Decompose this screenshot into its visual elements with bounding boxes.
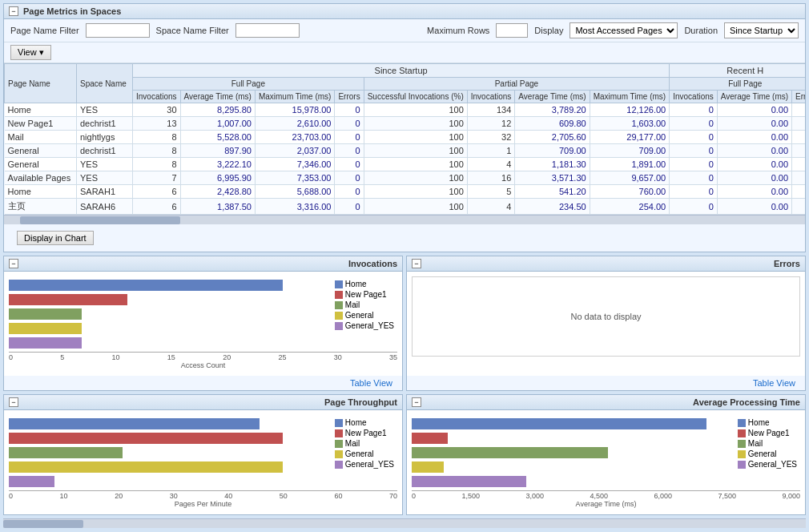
bar-fill: [412, 447, 608, 458]
legend-item: General: [335, 449, 394, 458]
col-space-name: Space Name: [77, 64, 133, 103]
avg-time-bar-area: [412, 415, 731, 490]
legend-label: General_YES: [345, 321, 394, 330]
x-tick: 40: [224, 492, 232, 500]
x-tick: 20: [223, 353, 231, 361]
cell-r-avg: 0.00: [717, 144, 791, 158]
cell-errors: 0: [335, 144, 364, 158]
bar-fill: [9, 418, 260, 429]
page-name-filter-input[interactable]: [86, 23, 150, 38]
view-button[interactable]: View ▾: [10, 45, 51, 60]
bar-fill: [9, 337, 82, 349]
max-rows-input[interactable]: [496, 23, 528, 38]
legend-color: [738, 429, 746, 437]
bar-row: [412, 418, 731, 429]
invocations-table-view-link[interactable]: Table View: [345, 376, 397, 390]
errors-table-view-link[interactable]: Table View: [748, 376, 800, 390]
x-tick: 30: [170, 492, 178, 500]
cell-p-avg: 541.20: [515, 185, 590, 199]
cell-page-name: Mail: [5, 131, 77, 144]
x-tick: 7,500: [718, 492, 736, 500]
x-tick: 0: [9, 492, 13, 500]
cell-errors: 0: [335, 117, 364, 131]
cell-inv: 8: [133, 158, 181, 171]
invocations-bar-area: [9, 276, 328, 352]
display-select[interactable]: Most Accessed Pages: [570, 22, 678, 38]
legend-item: Home: [738, 418, 797, 427]
x-tick: 20: [115, 492, 123, 500]
table-row: 主页 SARAH6 6 1,387.50 3,316.00 0 100 4 23…: [5, 199, 806, 215]
cell-succ: 100: [364, 144, 467, 158]
cell-succ: 100: [364, 185, 467, 199]
x-tick: 10: [112, 353, 120, 361]
cell-r-avg: 0.00: [717, 131, 791, 144]
bar-chart: [412, 415, 731, 490]
horizontal-scrollbar[interactable]: [4, 215, 805, 224]
x-tick: 35: [389, 353, 397, 361]
invocations-collapse-icon[interactable]: −: [9, 259, 18, 268]
cell-p-inv: 4: [467, 158, 515, 171]
cell-avg: 1,387.50: [180, 199, 255, 215]
display-label: Display: [534, 26, 563, 35]
legend-color: [335, 301, 343, 309]
cell-space-name: YES: [77, 103, 133, 117]
charts-row-1: − Invocations HomeNew Page1MailGeneralGe…: [3, 256, 806, 391]
legend-color: [335, 450, 343, 458]
space-name-filter-input[interactable]: [235, 23, 300, 38]
cell-max: 2,610.00: [255, 117, 335, 131]
throughput-collapse-icon[interactable]: −: [9, 397, 18, 407]
errors-collapse-icon[interactable]: −: [412, 259, 421, 268]
legend-item: New Page1: [335, 429, 394, 437]
cell-errors: 0: [335, 185, 364, 199]
cell-r-err: 0: [792, 117, 805, 131]
legend-label: General: [748, 449, 777, 458]
cell-succ: 100: [364, 131, 467, 144]
table-row: Home SARAH1 6 2,428.80 5,688.00 0 100 5 …: [5, 185, 806, 199]
table-row: New Page1 dechrist1 13 1,007.00 2,610.00…: [5, 117, 806, 131]
display-in-chart-button[interactable]: Display in Chart: [17, 231, 94, 245]
collapse-icon[interactable]: −: [9, 6, 18, 16]
cell-p-inv: 12: [467, 117, 515, 131]
x-tick: 30: [334, 353, 342, 361]
bar-fill: [9, 433, 283, 444]
duration-select[interactable]: Since Startup: [724, 22, 799, 38]
cell-p-inv: 4: [467, 199, 515, 215]
th-err: Errors: [335, 91, 364, 103]
legend-label: Home: [345, 418, 367, 427]
legend-label: General: [345, 449, 374, 458]
partial-page-header: Partial Page: [364, 78, 670, 91]
legend-label: General_YES: [748, 460, 797, 469]
legend-color: [738, 450, 746, 458]
cell-r-inv: 0: [670, 171, 718, 185]
bar-row: [9, 280, 328, 291]
x-tick: 15: [167, 353, 175, 361]
cell-p-inv: 1: [467, 144, 515, 158]
th-r-inv: Invocations: [670, 91, 718, 103]
cell-page-name: Home: [5, 185, 77, 199]
panel-header: − Page Metrics in Spaces: [4, 4, 805, 19]
cell-page-name: 主页: [5, 199, 77, 215]
avg-time-collapse-icon[interactable]: −: [412, 397, 421, 407]
legend-color: [738, 461, 746, 469]
th-r-avg: Average Time (ms): [717, 91, 791, 103]
cell-space-name: nightlygs: [77, 131, 133, 144]
duration-label: Duration: [684, 26, 718, 35]
cell-avg: 8,295.80: [180, 103, 255, 117]
bar-row: [9, 308, 328, 320]
cell-avg: 3,222.10: [180, 158, 255, 171]
cell-p-max: 760.00: [590, 185, 670, 199]
bar-row: [9, 447, 328, 458]
th-r-err: Errors: [792, 91, 805, 103]
cell-succ: 100: [364, 199, 467, 215]
legend-label: New Page1: [748, 429, 790, 437]
table-container[interactable]: Page Name Space Name Since Startup Recen…: [4, 63, 805, 215]
bottom-scrollbar[interactable]: [3, 518, 806, 528]
throughput-x-label: Pages Per Minute: [9, 500, 397, 508]
cell-r-avg: 0.00: [717, 199, 791, 215]
cell-r-err: 0: [792, 103, 805, 117]
legend-label: Mail: [748, 439, 763, 448]
cell-page-name: Available Pages: [5, 171, 77, 185]
cell-p-max: 254.00: [590, 199, 670, 215]
bar-row: [9, 418, 328, 429]
cell-page-name: General: [5, 144, 77, 158]
